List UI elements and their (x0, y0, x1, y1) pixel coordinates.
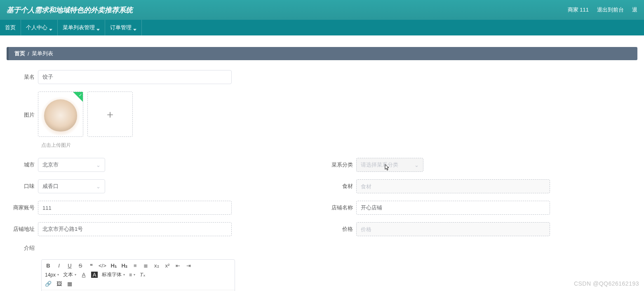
dish-name-input[interactable] (38, 70, 232, 84)
user-link[interactable]: 商家 111 (568, 6, 589, 14)
chevron-down-icon: ⌄ (96, 162, 101, 168)
nav-personal[interactable]: 个人中心 (21, 20, 58, 35)
quote-icon[interactable]: ❝ (88, 263, 94, 269)
italic-icon[interactable]: I (56, 263, 62, 269)
taste-label: 口味 (9, 183, 38, 190)
app-title: 基于个人需求和地域特色的外卖推荐系统 (7, 5, 568, 15)
ol-icon[interactable]: ≡ (132, 263, 139, 269)
link-icon[interactable]: 🔗 (45, 281, 52, 287)
image-label: 图片 (9, 92, 38, 119)
merchant-input[interactable] (38, 201, 232, 215)
clear-format-icon[interactable]: Tₓ (139, 272, 146, 278)
bg-color-icon[interactable]: A (91, 272, 98, 278)
bold-icon[interactable]: B (45, 263, 52, 269)
cuisine-placeholder: 请选择菜系分类 (361, 161, 398, 169)
city-label: 城市 (9, 161, 38, 169)
chevron-down-icon (133, 26, 136, 29)
align-select[interactable]: ≡▾ (129, 272, 135, 278)
subscript-icon[interactable]: x₂ (153, 263, 160, 269)
image-thumbnail[interactable] (38, 92, 83, 137)
shop-name-input[interactable] (356, 201, 550, 215)
chevron-down-icon: ▾ (75, 273, 76, 277)
breadcrumb-sep: / (28, 51, 29, 57)
ingredient-label: 食材 (327, 183, 356, 190)
price-label: 价格 (327, 225, 356, 233)
superscript-icon[interactable]: x² (164, 263, 171, 269)
chevron-down-icon: ⌄ (96, 183, 101, 190)
chevron-down-icon: ⌄ (414, 162, 419, 168)
strike-icon[interactable]: S (77, 263, 84, 269)
breadcrumb-home[interactable]: 首页 (14, 50, 25, 57)
video-icon[interactable]: ▦ (66, 281, 73, 287)
text-style-select[interactable]: 文本▾ (63, 271, 76, 278)
font-color-icon[interactable]: A (80, 272, 87, 278)
chevron-down-icon (49, 26, 52, 29)
nav-home[interactable]: 首页 (0, 20, 21, 35)
extra-link[interactable]: 退 (632, 6, 637, 14)
logout-link[interactable]: 退出到前台 (597, 6, 624, 14)
chevron-down-icon: ▾ (123, 273, 125, 277)
image-icon[interactable]: 🖼 (56, 281, 62, 287)
shop-addr-label: 店铺地址 (9, 225, 38, 233)
outdent-icon[interactable]: ⇥ (186, 263, 192, 269)
city-value: 北京市 (42, 161, 59, 169)
chevron-down-icon: ▾ (134, 273, 135, 277)
main-nav: 首页 个人中心 菜单列表管理 订单管理 (0, 20, 644, 35)
ul-icon[interactable]: ≣ (143, 263, 149, 269)
ingredient-input[interactable] (356, 179, 550, 193)
nav-order-mgmt[interactable]: 订单管理 (105, 20, 142, 35)
breadcrumb: 首页 / 菜单列表 (7, 47, 637, 60)
code-icon[interactable]: </> (99, 263, 106, 269)
cuisine-label: 菜系分类 (327, 161, 356, 169)
rich-editor: B I U S ❝ </> H₁ H₂ ≡ ≣ x₂ x² ⇤ ⇥ 14px▾ (41, 259, 235, 291)
cuisine-select[interactable]: 请选择菜系分类 ⌄ (356, 158, 423, 172)
nav-home-label: 首页 (5, 24, 16, 31)
check-icon (73, 92, 83, 102)
indent-icon[interactable]: ⇤ (175, 263, 181, 269)
editor-toolbar: B I U S ❝ </> H₁ H₂ ≡ ≣ x₂ x² ⇤ ⇥ 14px▾ (42, 260, 235, 290)
chevron-down-icon: ▾ (57, 273, 59, 277)
header-links: 商家 111 退出到前台 退 (568, 6, 637, 14)
chevron-down-icon (96, 26, 100, 29)
upload-tip: 点击上传图片 (41, 142, 637, 149)
shop-name-label: 店铺名称 (327, 204, 356, 211)
taste-value: 咸香口 (42, 183, 59, 190)
breadcrumb-current: 菜单列表 (32, 50, 53, 57)
dish-name-label: 菜名 (9, 73, 38, 81)
taste-select[interactable]: 咸香口 ⌄ (38, 179, 105, 193)
nav-menu-mgmt[interactable]: 菜单列表管理 (58, 20, 105, 35)
price-input[interactable] (356, 222, 550, 236)
nav-order-label: 订单管理 (110, 24, 132, 31)
city-select[interactable]: 北京市 ⌄ (38, 158, 105, 172)
underline-icon[interactable]: U (66, 263, 73, 269)
h2-icon[interactable]: H₂ (121, 263, 128, 269)
nav-personal-label: 个人中心 (26, 24, 47, 31)
intro-label: 介绍 (9, 244, 38, 252)
app-header: 基于个人需求和地域特色的外卖推荐系统 商家 111 退出到前台 退 (0, 0, 644, 20)
shop-addr-input[interactable] (38, 222, 232, 236)
dish-form: 菜名 图片 ＋ 点击上传图片 城市 北京市 ⌄ (7, 60, 637, 291)
font-family-select[interactable]: 标准字体▾ (102, 271, 125, 278)
plus-icon: ＋ (105, 107, 115, 122)
merchant-label: 商家账号 (9, 204, 38, 211)
nav-menu-label: 菜单列表管理 (63, 24, 95, 31)
fontsize-select[interactable]: 14px▾ (45, 272, 59, 278)
upload-button[interactable]: ＋ (87, 92, 133, 137)
h1-icon[interactable]: H₁ (110, 263, 117, 269)
